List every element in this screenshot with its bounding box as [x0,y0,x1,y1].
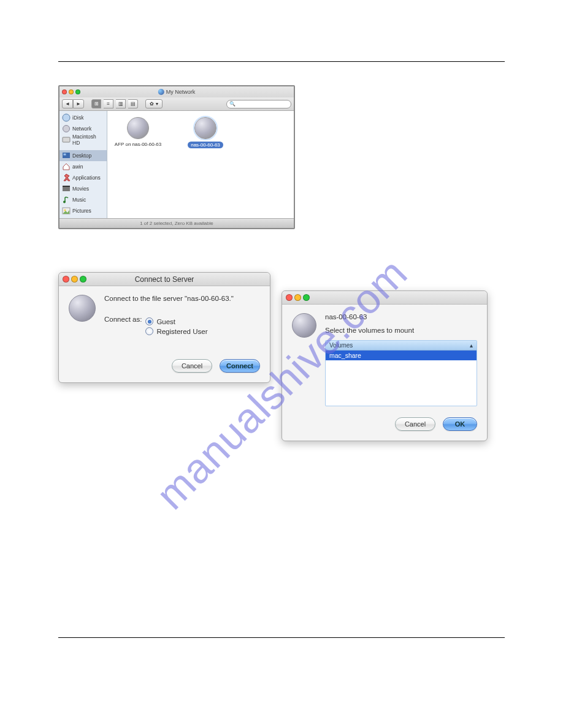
file-label: AFP on nas-00-60-63 [113,142,163,147]
sidebar-item-applications[interactable]: Applications [59,172,107,183]
radio-icon [145,327,153,335]
dialog-titlebar: Connect to Server [59,273,270,286]
instruction-text: Select the volumes to mount [325,327,477,334]
sidebar-item-idisk[interactable]: iDisk [59,112,107,123]
finder-title: My Network [166,89,196,95]
sidebar-item-home[interactable]: awin [59,161,107,172]
movies-icon [62,184,71,193]
globe-icon [127,117,149,139]
server-name: nas-00-60-63 [325,313,477,320]
music-icon [62,195,71,204]
volumes-list[interactable]: Volumes ▴ mac_share [325,340,477,406]
svg-rect-2 [63,137,70,142]
applications-icon [62,173,71,182]
connect-message: Connect to the file server "nas-00-60-63… [104,295,260,302]
globe-icon [194,117,216,139]
connect-button[interactable]: Connect [220,359,260,373]
zoom-icon[interactable] [303,294,310,301]
finder-titlebar: My Network [59,86,294,97]
sidebar-item-macintosh-hd[interactable]: Macintosh HD [59,134,107,145]
idisk-icon [62,113,71,122]
finder-sidebar: iDisk Network Macintosh HD [59,111,107,218]
hd-icon [62,135,71,144]
sidebar-item-label: Movies [72,186,89,192]
finder-window: My Network ◄ ► ⊞ ≡ ▥ ▤ ✿ ▾ 🔍 [58,85,295,229]
dialog-title: Connect to Server [135,275,194,284]
sidebar-item-label: Macintosh HD [72,134,104,146]
network-share-item-selected[interactable]: nas-00-60-63 [181,117,230,148]
sidebar-item-desktop[interactable]: Desktop [59,150,107,161]
cancel-button[interactable]: Cancel [172,359,212,373]
back-button[interactable]: ◄ [62,99,73,108]
network-icon [62,124,71,133]
footer-rule [58,637,505,638]
svg-point-9 [64,210,66,211]
list-view-button[interactable]: ≡ [104,99,113,108]
server-globe-icon [292,313,316,338]
sidebar-item-network[interactable]: Network [59,123,107,134]
registered-label: Registered User [156,328,207,335]
action-menu-button[interactable]: ✿ ▾ [145,99,163,108]
sidebar-item-label: Music [72,197,86,203]
cancel-button[interactable]: Cancel [395,417,435,431]
minimize-icon[interactable] [294,294,301,301]
sidebar-item-label: awin [72,164,83,170]
minimize-icon[interactable] [71,276,78,282]
sidebar-item-label: Desktop [72,153,91,159]
network-icon [158,89,164,95]
search-icon: 🔍 [229,101,236,107]
zoom-icon[interactable] [75,89,80,94]
desktop-icon [62,151,71,160]
home-icon [62,162,71,171]
close-icon[interactable] [62,89,67,94]
column-view-button[interactable]: ▥ [116,99,126,108]
finder-content: AFP on nas-00-60-63 nas-00-60-63 [107,111,294,218]
minimize-icon[interactable] [69,89,74,94]
radio-icon [145,317,153,325]
header-rule [58,61,505,62]
file-label: nas-00-60-63 [188,142,223,148]
guest-radio-row[interactable]: Guest [145,317,207,325]
svg-rect-6 [63,186,70,187]
search-input[interactable]: 🔍 [226,100,291,108]
select-volumes-dialog: nas-00-60-63 Select the volumes to mount… [282,290,488,441]
svg-point-1 [63,126,70,132]
forward-button[interactable]: ► [73,99,84,108]
sidebar-item-label: Applications [72,175,101,181]
volumes-header[interactable]: Volumes ▴ [326,341,477,351]
sort-indicator-icon: ▴ [470,342,473,349]
svg-point-0 [63,114,70,121]
sidebar-item-music[interactable]: Music [59,194,107,205]
sidebar-item-label: iDisk [72,115,83,121]
svg-rect-4 [64,154,66,156]
zoom-icon[interactable] [80,276,86,282]
close-icon[interactable] [63,276,69,282]
coverflow-view-button[interactable]: ▤ [128,99,138,108]
finder-status-bar: 1 of 2 selected, Zero KB available [59,218,294,228]
svg-rect-5 [63,187,70,191]
svg-point-7 [63,201,66,203]
server-globe-icon [69,295,96,322]
pictures-icon [62,207,71,215]
connect-to-server-dialog: Connect to Server Connect to the file se… [58,272,270,383]
close-icon[interactable] [286,294,293,301]
sidebar-item-movies[interactable]: Movies [59,183,107,194]
sidebar-item-label: Pictures [72,208,91,214]
ok-button[interactable]: OK [443,417,477,431]
volumes-header-label: Volumes [329,342,353,349]
network-share-item[interactable]: AFP on nas-00-60-63 [113,117,163,147]
dialog-titlebar [282,291,487,305]
guest-label: Guest [156,318,175,325]
registered-radio-row[interactable]: Registered User [145,327,207,335]
volume-row[interactable]: mac_share [326,351,477,360]
sidebar-item-pictures[interactable]: Pictures [59,205,107,216]
sidebar-item-label: Network [72,126,91,132]
icon-view-button[interactable]: ⊞ [91,99,101,108]
finder-toolbar: ◄ ► ⊞ ≡ ▥ ▤ ✿ ▾ 🔍 [59,97,294,111]
connect-as-label: Connect as: [104,316,142,337]
